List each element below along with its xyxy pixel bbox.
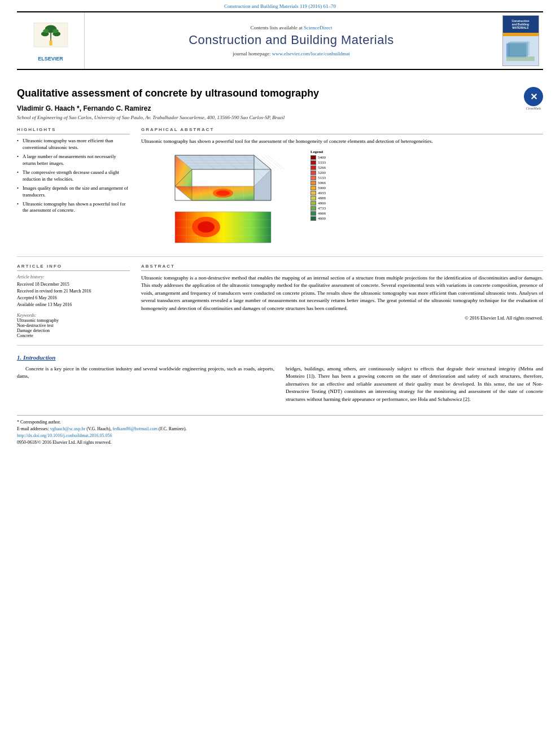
available-date: Available online 13 May 2016 xyxy=(17,302,130,308)
abstract-text: Ultrasonic tomography is a non-destructi… xyxy=(141,274,543,322)
issn-line: 0950-0618/© 2016 Elsevier Ltd. All right… xyxy=(17,439,543,446)
crossmark-circle: ✕ xyxy=(524,87,543,106)
svg-point-6 xyxy=(53,29,58,33)
legend-color-11 xyxy=(310,211,316,216)
crossmark-label: CrossMark xyxy=(526,107,541,110)
legend-color-5 xyxy=(310,181,316,185)
cover-thumbnail: Constructionand BuildingMATERIALS xyxy=(502,15,539,66)
legend-value-3: 5200 xyxy=(318,171,326,175)
article-info-column: ARTICLE INFO Article history: Received 1… xyxy=(17,264,130,338)
svg-rect-11 xyxy=(510,41,530,55)
svg-rect-45 xyxy=(175,212,271,243)
elsevier-logo-section: ELSEVIER xyxy=(17,12,85,69)
svg-rect-7 xyxy=(49,41,52,46)
legend-item-5: 5066 xyxy=(310,181,326,185)
legend-value-1: 5333 xyxy=(318,160,326,165)
doi-link[interactable]: http://dx.doi.org/10.1016/j.conbuildmat.… xyxy=(17,433,112,438)
journal-title-display: Construction and Building Materials xyxy=(189,33,394,47)
highlight-item-4: Images quality depends on the size and a… xyxy=(17,185,130,199)
corresponding-footnote: * Corresponding author. xyxy=(17,419,543,426)
legend-value-10: 4733 xyxy=(318,206,326,211)
crossmark-badge[interactable]: ✕ CrossMark xyxy=(524,87,543,110)
email-label: E-mail addresses: xyxy=(17,426,49,431)
intro-title: 1. Introduction xyxy=(17,354,543,361)
legend-color-2 xyxy=(310,165,316,170)
legend-item-10: 4733 xyxy=(310,206,326,211)
doi-line: http://dx.doi.org/10.1016/j.conbuildmat.… xyxy=(17,433,543,439)
3d-visualization xyxy=(141,150,305,250)
keyword-4: Concrete xyxy=(17,333,130,338)
svg-rect-12 xyxy=(506,56,535,61)
journal-header-center: Contents lists available at ScienceDirec… xyxy=(85,12,498,69)
legend-color-1 xyxy=(310,160,316,165)
legend-value-12: 4600 xyxy=(318,216,326,221)
highlight-item-1: Ultrasonic tomography was more efficient… xyxy=(17,138,130,151)
author-names: Vladimir G. Haach *, Fernando C. Ramirez xyxy=(17,104,151,112)
legend-color-10 xyxy=(310,206,316,211)
legend-item-2: 5266 xyxy=(310,165,326,170)
legend-value-11: 4666 xyxy=(318,211,326,216)
email-2[interactable]: fedkam86@hotmail.com xyxy=(112,426,158,431)
abstract-label: ABSTRACT xyxy=(141,264,543,271)
introduction-section: 1. Introduction Concrete is a key piece … xyxy=(17,354,543,407)
revised-date: Received in revised form 21 March 2016 xyxy=(17,288,130,295)
visualization-container: Legend 5400 5333 5266 xyxy=(141,150,543,250)
legend-value-7: 4933 xyxy=(318,191,326,195)
article-info-label: ARTICLE INFO xyxy=(17,264,130,271)
legend-value-9: 4800 xyxy=(318,201,326,206)
svg-point-56 xyxy=(198,221,215,233)
accepted-date: Accepted 6 May 2016 xyxy=(17,295,130,302)
legend-value-6: 5000 xyxy=(318,186,326,190)
contents-available-line: Contents lists available at ScienceDirec… xyxy=(251,25,333,30)
highlights-abstract-section: HIGHLIGHTS Ultrasonic tomography was mor… xyxy=(17,127,543,250)
elsevier-logo-svg xyxy=(28,20,73,54)
graphical-abstract-text: Ultrasonic tomography has shown a powerf… xyxy=(141,138,543,145)
section-divider-1 xyxy=(17,256,543,257)
legend-color-12 xyxy=(310,216,316,221)
journal-reference-bar: Construction and Building Materials 119 … xyxy=(0,0,560,11)
highlights-list: Ultrasonic tomography was more efficient… xyxy=(17,138,130,214)
abstract-paragraph: Ultrasonic tomography is a non-destructi… xyxy=(141,274,543,313)
intro-right-col: bridges, buildings, among others, are co… xyxy=(286,365,543,407)
history-label: Article history: xyxy=(17,274,130,279)
legend-value-4: 5133 xyxy=(318,176,326,180)
svg-point-44 xyxy=(216,190,230,196)
cover-title-text: Constructionand BuildingMATERIALS xyxy=(511,19,529,29)
keyword-1: Ultrasonic tomography xyxy=(17,318,130,323)
legend-value-0: 5400 xyxy=(318,155,326,160)
received-date: Received 18 December 2015 xyxy=(17,281,130,288)
journal-cover-image: Constructionand BuildingMATERIALS xyxy=(498,12,543,69)
authors-line: Vladimir G. Haach *, Fernando C. Ramirez xyxy=(17,104,543,112)
legend-title: Legend xyxy=(310,150,326,154)
section-divider-2 xyxy=(17,345,543,346)
legend-item-11: 4666 xyxy=(310,211,326,216)
homepage-url[interactable]: www.elsevier.com/locate/conbuildmat xyxy=(272,51,350,56)
highlights-label: HIGHLIGHTS xyxy=(17,127,130,134)
footnotes-section: * Corresponding author. E-mail addresses… xyxy=(17,415,543,446)
legend-item-1: 5333 xyxy=(310,160,326,165)
legend-item-0: 5400 xyxy=(310,155,326,160)
legend-color-3 xyxy=(310,171,316,175)
journal-header: ELSEVIER Contents lists available at Sci… xyxy=(17,11,543,70)
email-footnote: E-mail addresses: vghaach@sc.usp.br (V.G… xyxy=(17,426,543,433)
legend-color-8 xyxy=(310,196,316,200)
graphical-abstract-column: GRAPHICAL ABSTRACT Ultrasonic tomography… xyxy=(141,127,543,250)
journal-homepage-line: journal homepage: www.elsevier.com/locat… xyxy=(233,51,349,56)
highlight-item-5: Ultrasonic tomography has shown a powerf… xyxy=(17,201,130,215)
legend-item-9: 4800 xyxy=(310,201,326,206)
legend-value-8: 4888 xyxy=(318,196,326,200)
legend-color-6 xyxy=(310,186,316,190)
article-title: Qualitative assessment of concrete by ul… xyxy=(17,87,543,100)
legend-color-4 xyxy=(310,176,316,180)
legend-item-8: 4888 xyxy=(310,196,326,200)
journal-ref-text: Construction and Building Materials 119 … xyxy=(224,3,336,9)
info-abstract-section: ARTICLE INFO Article history: Received 1… xyxy=(17,264,543,338)
legend-value-2: 5266 xyxy=(318,165,326,170)
3d-viz-svg xyxy=(141,150,305,248)
keyword-3: Damage detection xyxy=(17,328,130,333)
sciencedirect-link[interactable]: ScienceDirect xyxy=(304,25,332,30)
legend-item-3: 5200 xyxy=(310,171,326,175)
email-1[interactable]: vghaach@sc.usp.br xyxy=(50,426,85,431)
intro-right-text: bridges, buildings, among others, are co… xyxy=(286,365,543,404)
legend-color-7 xyxy=(310,191,316,195)
